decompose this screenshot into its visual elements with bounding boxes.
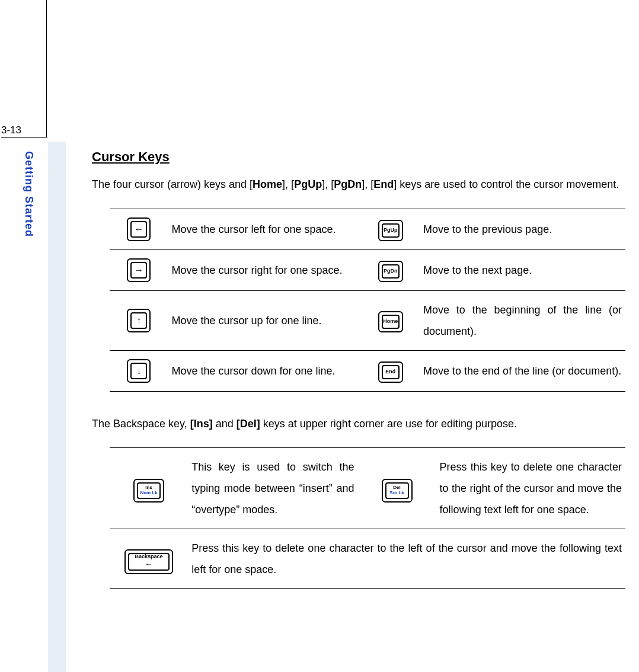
table-row: → Move the cursor right for one space. P… <box>110 249 625 290</box>
text: keys at upper right corner are use for e… <box>260 418 517 430</box>
keycap-cell: PgDn <box>362 249 420 290</box>
keycap-cell: Ins Num Lk <box>110 448 188 529</box>
keycap-label: End <box>382 365 400 379</box>
backspace-key-icon: Backspace ← <box>124 549 173 574</box>
key-description: Press this key to delete one character t… <box>188 529 625 589</box>
text: The four cursor (arrow) keys and [ <box>92 178 253 190</box>
keycap-bottom-label: Num Lk <box>140 491 157 496</box>
intro-paragraph: The four cursor (arrow) keys and [Home],… <box>92 173 638 197</box>
keycap-label: PgDn <box>382 264 400 279</box>
keycap-arrow-label: ← <box>145 560 153 569</box>
key-description: Move to the end of the line (or document… <box>420 350 625 391</box>
key-pgdn: PgDn <box>334 178 362 190</box>
keycap-label: Del Scr Lk <box>385 482 409 499</box>
text: and <box>213 418 237 430</box>
text: ] keys are used to control the cursor mo… <box>394 178 619 190</box>
key-home: Home <box>253 178 282 190</box>
text: ], [ <box>282 178 294 190</box>
key-description: Move to the previous page. <box>420 209 625 249</box>
key-end: End <box>373 178 394 190</box>
right-arrow-key-icon: → <box>127 258 151 282</box>
key-pgup: PgUp <box>294 178 322 190</box>
section-heading: Cursor Keys <box>92 149 638 165</box>
keycap-cell: Backspace ← <box>110 529 188 589</box>
keycap-label: ← <box>130 221 147 238</box>
key-description: Press this key to delete one character t… <box>436 448 625 529</box>
pgup-key-icon: PgUp <box>378 220 403 241</box>
editing-paragraph: The Backspace key, [Ins] and [Del] keys … <box>92 412 638 436</box>
up-arrow-key-icon: ↑ <box>127 309 151 332</box>
page-number-rule <box>46 0 47 137</box>
text: ], [ <box>322 178 334 190</box>
text: ], [ <box>362 178 373 190</box>
keycap-cell: → <box>110 249 168 290</box>
home-key-icon: Home <box>378 311 403 332</box>
keycap-label: → <box>130 262 147 279</box>
table-row: Backspace ← Press this key to delete one… <box>110 529 625 589</box>
keycap-bottom-label: Scr Lk <box>389 491 404 496</box>
left-arrow-key-icon: ← <box>127 217 151 241</box>
cursor-keys-table: ← Move the cursor left for one space. Pg… <box>110 209 625 392</box>
keycap-label: ↑ <box>130 312 147 329</box>
keycap-cell: Home <box>362 290 420 350</box>
key-description: Move the cursor right for one space. <box>168 249 361 290</box>
table-row: Ins Num Lk This key is used to switch th… <box>110 448 625 529</box>
key-description: Move the cursor left for one space. <box>168 209 361 249</box>
key-description: Move to the beginning of the line (or do… <box>420 290 625 350</box>
sidebar-chapter-label: Getting Started <box>23 151 35 237</box>
key-description: Move the cursor up for one line. <box>168 290 361 350</box>
keycap-label: ↓ <box>130 363 147 379</box>
table-row: ← Move the cursor left for one space. Pg… <box>110 209 625 249</box>
page: 3-13 Getting Started Cursor Keys The fou… <box>0 0 639 672</box>
down-arrow-key-icon: ↓ <box>127 359 151 383</box>
keycap-cell: ↑ <box>110 290 168 350</box>
keycap-label: Backspace ← <box>128 553 170 571</box>
content-area: Cursor Keys The four cursor (arrow) keys… <box>92 149 638 610</box>
keycap-cell: ← <box>110 209 168 249</box>
table-row: ↑ Move the cursor up for one line. Home … <box>110 290 625 350</box>
page-number: 3-13 <box>1 124 47 138</box>
key-description: This key is used to switch the typing mo… <box>188 448 357 529</box>
keycap-label: Home <box>382 315 400 329</box>
table-row: ↓ Move the cursor down for one line. End… <box>110 350 625 391</box>
key-description: Move the cursor down for one line. <box>168 350 361 391</box>
key-description: Move to the next page. <box>420 249 625 290</box>
key-ins: [Ins] <box>190 418 213 430</box>
keycap-cell: Del Scr Lk <box>357 448 436 529</box>
keycap-label: Ins Num Lk <box>137 482 161 499</box>
keycap-cell: ↓ <box>110 350 168 391</box>
key-del: [Del] <box>237 418 260 430</box>
del-key-icon: Del Scr Lk <box>382 479 413 503</box>
text: The Backspace key, <box>92 418 190 430</box>
editing-keys-table: Ins Num Lk This key is used to switch th… <box>110 447 625 589</box>
keycap-cell: End <box>362 350 420 391</box>
keycap-label: PgUp <box>382 223 400 238</box>
ins-key-icon: Ins Num Lk <box>133 479 164 503</box>
keycap-cell: PgUp <box>362 209 420 249</box>
end-key-icon: End <box>378 361 403 383</box>
sidebar-strip <box>48 142 66 672</box>
pgdn-key-icon: PgDn <box>378 261 403 282</box>
